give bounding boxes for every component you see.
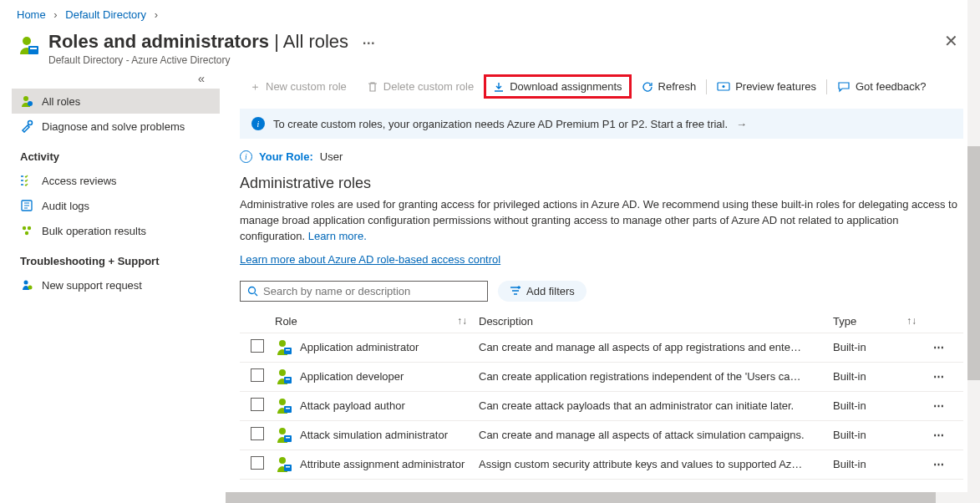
- svg-point-18: [279, 369, 286, 376]
- sidebar-item-label: Bulk operation results: [42, 225, 146, 237]
- svg-rect-19: [284, 377, 292, 384]
- trash-icon: [367, 81, 378, 93]
- role-avatar-icon: [275, 397, 293, 415]
- sidebar: « All roles Diagnose and solve problems …: [0, 68, 220, 495]
- svg-rect-25: [284, 435, 292, 442]
- logs-icon: [20, 199, 33, 212]
- role-avatar-icon: [275, 426, 293, 445]
- table-row[interactable]: Attack payload authorCan create attack p…: [240, 392, 963, 421]
- section-heading: Administrative roles: [240, 175, 963, 192]
- sidebar-item-access-reviews[interactable]: Access reviews: [12, 168, 220, 193]
- row-checkbox[interactable]: [251, 398, 264, 411]
- page-title: Roles and administrators | All roles …: [48, 31, 938, 53]
- search-input[interactable]: [263, 285, 480, 297]
- wrench-icon: [20, 119, 33, 133]
- scrollbar-horizontal-thumb[interactable]: [226, 492, 936, 503]
- download-assignments-button[interactable]: Download assignments: [484, 74, 631, 99]
- role-name: Application developer: [300, 370, 404, 383]
- plus-icon: ＋: [250, 79, 261, 94]
- role-avatar-icon: [275, 368, 293, 386]
- delete-custom-role-button[interactable]: Delete custom role: [357, 80, 484, 93]
- support-icon: [20, 278, 33, 292]
- table-row[interactable]: Application administratorCan create and …: [240, 333, 963, 363]
- svg-point-8: [28, 226, 31, 230]
- row-more-button[interactable]: ⋯: [933, 341, 945, 353]
- svg-point-27: [279, 457, 286, 464]
- sidebar-item-label: Access reviews: [42, 175, 117, 187]
- sidebar-section-troubleshoot: Troubleshooting + Support: [12, 243, 220, 272]
- svg-point-13: [723, 85, 725, 88]
- row-checkbox[interactable]: [251, 339, 264, 353]
- sidebar-item-all-roles[interactable]: All roles: [12, 89, 220, 114]
- col-description: Description: [479, 315, 833, 328]
- close-button[interactable]: ✕: [938, 31, 963, 51]
- page-subtitle: Default Directory - Azure Active Directo…: [48, 54, 938, 66]
- learn-more-link[interactable]: Learn more.: [308, 230, 367, 242]
- table-row[interactable]: Application developerCan create applicat…: [240, 363, 963, 392]
- info-outline-icon: i: [240, 150, 252, 163]
- svg-point-14: [249, 287, 256, 293]
- svg-point-24: [279, 428, 286, 434]
- role-type: Built-in: [833, 370, 933, 383]
- role-type: Built-in: [833, 341, 933, 353]
- section-description: Administrative roles are used for granti…: [240, 197, 963, 245]
- svg-rect-29: [286, 466, 290, 468]
- preview-features-button[interactable]: Preview features: [707, 80, 826, 93]
- svg-rect-1: [28, 46, 38, 54]
- sort-icon: ↑↓: [457, 315, 467, 327]
- add-filters-button[interactable]: Add filters: [498, 281, 586, 302]
- arrow-right-icon[interactable]: →: [736, 118, 747, 130]
- row-more-button[interactable]: ⋯: [933, 370, 945, 383]
- role-description: Assign custom security attribute keys an…: [479, 458, 833, 470]
- title-more-icon[interactable]: …: [362, 33, 375, 47]
- svg-point-21: [279, 399, 286, 405]
- collapse-sidebar-icon[interactable]: «: [12, 68, 220, 89]
- filter-icon: [510, 286, 521, 296]
- scrollbar-vertical-thumb[interactable]: [967, 146, 980, 380]
- rbac-learn-more-link[interactable]: Learn more about Azure AD role-based acc…: [240, 253, 963, 266]
- svg-rect-20: [286, 379, 290, 380]
- row-more-button[interactable]: ⋯: [933, 429, 945, 441]
- got-feedback-button[interactable]: Got feedback?: [827, 80, 937, 93]
- row-more-button[interactable]: ⋯: [933, 458, 945, 470]
- svg-rect-22: [284, 406, 292, 413]
- sidebar-item-support[interactable]: New support request: [12, 272, 220, 297]
- breadcrumb-home[interactable]: Home: [17, 8, 46, 21]
- table-row[interactable]: Attribute assignment administratorAssign…: [240, 450, 963, 480]
- svg-point-0: [23, 37, 31, 45]
- sidebar-item-label: New support request: [42, 279, 142, 292]
- svg-point-15: [279, 340, 286, 347]
- role-description: Can create and manage all aspects of att…: [479, 429, 833, 441]
- breadcrumb-directory[interactable]: Default Directory: [65, 8, 146, 21]
- table-row[interactable]: Attack simulation administratorCan creat…: [240, 421, 963, 450]
- svg-point-3: [23, 96, 28, 101]
- row-checkbox[interactable]: [251, 368, 264, 382]
- breadcrumb: Home › Default Directory ›: [0, 0, 980, 24]
- role-name: Attribute assignment administrator: [300, 458, 465, 470]
- role-description: Can create attack payloads that an admin…: [479, 399, 833, 412]
- refresh-button[interactable]: Refresh: [632, 80, 707, 93]
- row-checkbox[interactable]: [251, 427, 264, 440]
- sidebar-item-bulk-results[interactable]: Bulk operation results: [12, 218, 220, 243]
- svg-point-7: [23, 226, 26, 230]
- role-name: Attack simulation administrator: [300, 429, 448, 441]
- role-description: Can create application registrations ind…: [479, 370, 833, 383]
- svg-rect-28: [284, 465, 292, 471]
- svg-rect-26: [286, 437, 290, 439]
- search-input-wrapper[interactable]: [240, 281, 488, 302]
- col-type[interactable]: Type↑↓: [833, 315, 933, 328]
- sidebar-item-diagnose[interactable]: Diagnose and solve problems: [12, 114, 220, 139]
- role-type: Built-in: [833, 458, 933, 470]
- new-custom-role-button[interactable]: ＋ New custom role: [240, 79, 357, 94]
- your-role-row: i Your Role: User: [240, 150, 963, 163]
- row-checkbox[interactable]: [251, 456, 264, 470]
- role-avatar-icon: [275, 338, 293, 357]
- feedback-icon: [837, 81, 851, 93]
- row-more-button[interactable]: ⋯: [933, 399, 945, 412]
- col-role[interactable]: Role↑↓: [275, 315, 479, 328]
- role-type: Built-in: [833, 429, 933, 441]
- sidebar-item-label: Diagnose and solve problems: [42, 120, 185, 133]
- sidebar-item-audit-logs[interactable]: Audit logs: [12, 193, 220, 218]
- sidebar-section-activity: Activity: [12, 139, 220, 168]
- person-icon: [20, 94, 33, 108]
